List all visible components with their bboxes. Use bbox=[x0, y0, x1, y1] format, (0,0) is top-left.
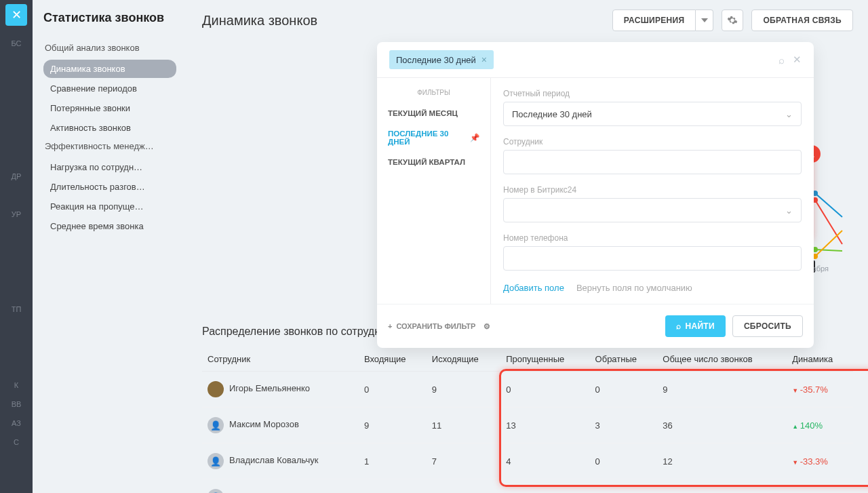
rail-item[interactable]: ВВ bbox=[5, 395, 27, 414]
avatar bbox=[208, 381, 224, 397]
employee-name: Владислав Ковальчук bbox=[229, 455, 318, 465]
chevron-down-icon bbox=[701, 18, 708, 22]
table-cell: 3 bbox=[590, 408, 658, 443]
table-cell: 4 bbox=[500, 443, 589, 479]
rail-item[interactable] bbox=[5, 338, 27, 357]
filter-preset[interactable]: ТЕКУЩИЙ МЕСЯЦ bbox=[377, 103, 490, 123]
chevron-down-icon: ⌄ bbox=[785, 109, 793, 119]
rail-item[interactable] bbox=[5, 91, 27, 110]
rail-item[interactable] bbox=[5, 148, 27, 167]
table-header[interactable]: Общее число звонков bbox=[657, 347, 787, 372]
table-header[interactable]: Входящие bbox=[359, 347, 427, 372]
period-select[interactable]: Последние 30 дней ⌄ bbox=[503, 102, 802, 126]
presets-heading: ФИЛЬТРЫ bbox=[377, 86, 490, 103]
page-title: Динамика звонков bbox=[202, 13, 604, 28]
add-field-link[interactable]: Добавить поле bbox=[503, 283, 564, 293]
filter-fields: Отчетный период Последние 30 дней ⌄ Сотр… bbox=[491, 78, 814, 304]
filter-presets: ФИЛЬТРЫ ТЕКУЩИЙ МЕСЯЦПОСЛЕДНИЕ 30 ДНЕЙ📌Т… bbox=[377, 78, 491, 304]
rail-item[interactable]: АЗ bbox=[5, 414, 27, 433]
filter-chip[interactable]: Последние 30 дней × bbox=[389, 50, 494, 69]
gear-icon[interactable]: ⚙ bbox=[484, 322, 490, 331]
sidebar-item[interactable]: Активность звонков bbox=[43, 119, 176, 137]
filter-panel: Последние 30 дней × ⌕ ✕ ФИЛЬТРЫ ТЕКУЩИЙ … bbox=[377, 42, 814, 348]
filter-preset[interactable]: ПОСЛЕДНИЕ 30 ДНЕЙ📌 bbox=[377, 123, 490, 152]
table-title-text: Распределение звонков по сотрудникам bbox=[202, 326, 405, 338]
sidebar-item[interactable]: Среднее время звонка bbox=[43, 217, 176, 235]
filter-chip-label: Последние 30 дней bbox=[396, 55, 476, 65]
table-header[interactable]: Сотрудник bbox=[202, 347, 359, 372]
reset-button[interactable]: СБРОСИТЬ bbox=[732, 315, 803, 337]
close-icon[interactable]: ✕ bbox=[5, 4, 27, 26]
employee-label: Сотрудник bbox=[503, 137, 802, 146]
rail-item[interactable] bbox=[5, 281, 27, 300]
rail-item[interactable]: С bbox=[5, 433, 27, 452]
sidebar-section-label[interactable]: Эффективность менедж… bbox=[43, 138, 176, 154]
save-filter-link[interactable]: + СОХРАНИТЬ ФИЛЬТР ⚙ bbox=[388, 315, 490, 337]
trend-value: -33.3% bbox=[792, 456, 828, 467]
table-header[interactable]: Исходящие bbox=[427, 347, 500, 372]
table-row: 👤Vlad Kovalchuk1700833.3% bbox=[202, 479, 853, 494]
rail-item[interactable] bbox=[5, 129, 27, 148]
table-row: 👤Максим Морозов91113336140% bbox=[202, 408, 853, 443]
avatar: 👤 bbox=[208, 417, 224, 433]
settings-button[interactable] bbox=[722, 9, 743, 31]
find-label: НАЙТИ bbox=[685, 321, 714, 331]
table-row: Игорь Емельяненко09009-35.7% bbox=[202, 372, 853, 408]
pin-icon: 📌 bbox=[470, 133, 479, 142]
table-cell: 8 bbox=[657, 479, 787, 494]
extensions-button-group[interactable]: РАСШИРЕНИЯ bbox=[612, 9, 714, 31]
rail-item[interactable] bbox=[5, 186, 27, 205]
sidebar-item[interactable]: Реакция на пропуще… bbox=[43, 197, 176, 216]
table-cell: 1 bbox=[359, 443, 427, 479]
employee-input[interactable] bbox=[503, 150, 802, 174]
employee-name: Максим Морозов bbox=[229, 419, 299, 429]
filter-preset[interactable]: ТЕКУЩИЙ КВАРТАЛ bbox=[377, 152, 490, 172]
sidebar-item[interactable]: Нагрузка по сотрудн… bbox=[43, 158, 176, 176]
phone-input[interactable] bbox=[503, 246, 802, 271]
rail-item[interactable]: УР bbox=[5, 205, 27, 224]
feedback-button[interactable]: ОБРАТНАЯ СВЯЗЬ bbox=[751, 9, 853, 31]
table-cell: 7 bbox=[427, 479, 500, 494]
save-filter-label: СОХРАНИТЬ ФИЛЬТР bbox=[396, 322, 475, 330]
rail-item[interactable]: ДР bbox=[5, 167, 27, 186]
rail-item[interactable] bbox=[5, 110, 27, 129]
number-b24-select[interactable]: ⌄ bbox=[503, 198, 802, 222]
table-cell: 9 bbox=[359, 408, 427, 443]
rail-item[interactable] bbox=[5, 357, 27, 376]
extensions-button[interactable]: РАСШИРЕНИЯ bbox=[612, 9, 696, 31]
find-button[interactable]: ⌕ НАЙТИ bbox=[665, 315, 726, 337]
table-header[interactable]: Обратные bbox=[590, 347, 658, 372]
employee-name: Игорь Емельяненко bbox=[229, 383, 310, 393]
sidebar-item[interactable]: Динамика звонков bbox=[43, 60, 176, 78]
avatar: 👤 bbox=[208, 453, 224, 469]
sidebar-section-label[interactable]: Общий анализ звонков bbox=[43, 40, 176, 56]
plus-icon: + bbox=[388, 322, 392, 330]
rail-item[interactable]: ТП bbox=[5, 300, 27, 319]
rail-item[interactable] bbox=[5, 243, 27, 262]
table-header[interactable]: Пропущенные bbox=[500, 347, 589, 372]
table-cell: 0 bbox=[500, 479, 589, 494]
table-cell: 36 bbox=[657, 408, 787, 443]
avatar: 👤 bbox=[208, 489, 224, 493]
rail-item[interactable]: БС bbox=[5, 34, 27, 53]
table-cell: 11 bbox=[427, 408, 500, 443]
employees-table: СотрудникВходящиеИсходящиеПропущенныеОбр… bbox=[202, 347, 853, 493]
sidebar-title: Статистика звонков bbox=[43, 11, 176, 25]
period-label: Отчетный период bbox=[503, 89, 802, 98]
rail-item[interactable] bbox=[5, 319, 27, 338]
close-icon[interactable]: × bbox=[481, 54, 487, 65]
rail-item[interactable] bbox=[5, 262, 27, 281]
extensions-dropdown[interactable] bbox=[696, 9, 713, 31]
rail-item[interactable] bbox=[5, 224, 27, 243]
sidebar-item[interactable]: Сравнение периодов bbox=[43, 79, 176, 98]
table-cell: 1 bbox=[359, 479, 427, 494]
table-header[interactable]: Динамика bbox=[787, 347, 853, 372]
rail-item[interactable]: К bbox=[5, 376, 27, 395]
search-icon[interactable]: ⌕ bbox=[778, 54, 785, 66]
reset-fields-link[interactable]: Вернуть поля по умолчанию bbox=[576, 283, 692, 293]
close-icon[interactable]: ✕ bbox=[793, 54, 802, 66]
rail-item[interactable] bbox=[5, 53, 27, 72]
rail-item[interactable] bbox=[5, 72, 27, 91]
sidebar-item[interactable]: Потерянные звонки bbox=[43, 99, 176, 117]
sidebar-item[interactable]: Длительность разгов… bbox=[43, 178, 176, 196]
